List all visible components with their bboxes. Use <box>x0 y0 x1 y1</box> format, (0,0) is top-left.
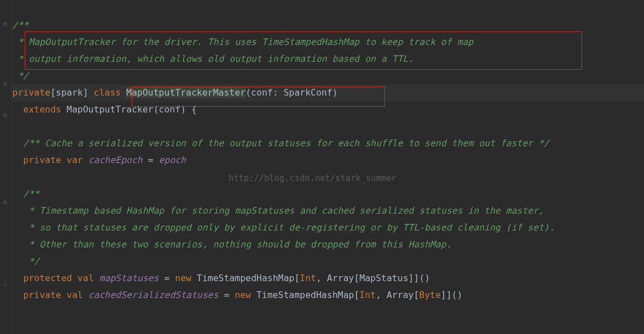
field-name: cachedSerializedStatuses <box>88 290 218 300</box>
comment-line: * output information, which allows old o… <box>12 53 414 64</box>
code-text <box>94 273 100 283</box>
code-text <box>83 290 88 300</box>
field-ref: epoch <box>159 155 186 165</box>
fold-icon[interactable]: ⊟ <box>2 200 8 205</box>
code-text <box>12 205 23 216</box>
comment-line: * so that statuses are dropped only by e… <box>23 222 554 233</box>
comment-line: * Other than these two scenarios, nothin… <box>23 239 451 250</box>
fold-icon[interactable]: ⊟ <box>2 21 8 27</box>
code-text: TimeStampedHashMap[ <box>251 290 360 300</box>
code-text: [spark] <box>50 87 93 98</box>
gutter-marker-icon[interactable]: ↑ <box>2 282 8 288</box>
comment-line: * Timestamp based HashMap for storing ma… <box>23 205 544 216</box>
code-text <box>12 138 23 148</box>
comment-line: /** <box>12 20 29 30</box>
code-text: = <box>142 155 159 165</box>
fold-icon[interactable]: ⊟ <box>2 82 8 87</box>
keyword-var: var <box>66 155 83 165</box>
keyword-val: val <box>66 290 83 300</box>
code-editor[interactable]: /** * MapOutputTracker for the driver. T… <box>12 0 644 304</box>
current-line: private[spark] class MapOutputTrackerMas… <box>12 84 644 101</box>
keyword-private: private <box>23 155 61 165</box>
code-text <box>61 290 67 300</box>
comment-line: */ <box>12 70 29 81</box>
code-text: , Array[MapStatus]]() <box>316 273 430 283</box>
code-text: ]]() <box>441 290 463 300</box>
code-text <box>12 273 23 283</box>
code-text <box>12 239 23 250</box>
type-int: Int <box>300 273 316 283</box>
code-text <box>121 87 127 98</box>
field-name: cacheEpoch <box>88 155 142 165</box>
type-int: Int <box>360 290 376 300</box>
code-text <box>12 290 23 300</box>
keyword-protected: protected <box>23 273 72 283</box>
type-byte: Byte <box>419 290 441 300</box>
blank-line <box>12 118 644 135</box>
field-name: mapStatuses <box>99 273 159 283</box>
fold-icon[interactable]: ⊟ <box>2 112 8 118</box>
comment-line: /** Cache a serialized version of the ou… <box>23 138 549 148</box>
keyword-new: new <box>235 290 251 300</box>
comment-line: */ <box>23 256 39 267</box>
code-text: MapOutputTracker(conf) { <box>61 104 197 115</box>
code-text: , Array[ <box>375 290 419 300</box>
code-text: = <box>159 273 175 283</box>
code-text <box>12 104 23 115</box>
code-text <box>72 273 78 283</box>
keyword-class: class <box>94 87 121 98</box>
code-text: = <box>218 290 235 300</box>
comment-line: * MapOutputTracker for the driver. This … <box>12 37 473 47</box>
code-text <box>83 155 88 165</box>
code-text <box>12 188 23 199</box>
watermark-text: http://blog.csdn.net/stark_summer <box>229 171 396 187</box>
keyword-extends: extends <box>23 104 61 115</box>
keyword-new: new <box>175 273 191 283</box>
param-list: (conf: SparkConf) <box>245 87 338 98</box>
code-text: TimeStampedHashMap[ <box>191 273 300 283</box>
code-text <box>12 256 23 267</box>
code-text <box>12 222 23 233</box>
keyword-private: private <box>23 290 61 300</box>
code-text <box>12 155 23 165</box>
class-name: MapOutputTrackerMaster <box>126 87 245 98</box>
code-text <box>61 155 67 165</box>
comment-line: /** <box>23 188 39 199</box>
keyword-private: private <box>12 87 50 98</box>
editor-gutter: ⊟ ⊟ ⊟ ⊟ ↑ <box>0 0 11 334</box>
keyword-val: val <box>78 273 94 283</box>
